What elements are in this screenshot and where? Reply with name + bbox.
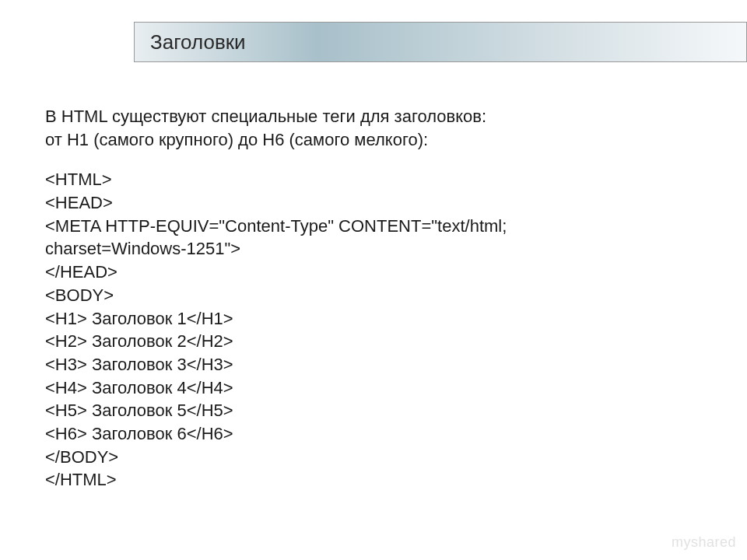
code-line-14: </HTML> [45, 468, 716, 492]
code-line-12: <H6> Заголовок 6</H6> [45, 422, 716, 446]
title-bar: Заголовки [134, 22, 747, 62]
code-line-5: </HEAD> [45, 261, 716, 284]
intro-line-2: от H1 (самого крупного) до H6 (самого ме… [45, 128, 716, 152]
code-line-1: <HTML> [45, 168, 716, 191]
code-line-8: <H2> Заголовок 2</H2> [45, 330, 716, 353]
intro-line-1: В HTML существуют специальные теги для з… [45, 105, 716, 128]
code-line-9: <H3> Заголовок 3</H3> [45, 353, 716, 376]
code-line-4: charset=Windows-1251"> [45, 237, 716, 261]
code-line-10: <H4> Заголовок 4</H4> [45, 376, 716, 400]
code-line-13: </BODY> [45, 446, 716, 469]
code-line-11: <H5> Заголовок 5</H5> [45, 399, 716, 422]
code-line-7: <H1> Заголовок 1</H1> [45, 307, 716, 331]
code-line-6: <BODY> [45, 284, 716, 307]
slide-content: В HTML существуют специальные теги для з… [45, 105, 716, 492]
spacer [45, 151, 716, 168]
code-line-3: <META HTTP-EQUIV="Content-Type" CONTENT=… [45, 215, 716, 238]
watermark: myshared [672, 534, 736, 551]
slide-title: Заголовки [150, 30, 246, 54]
code-line-2: <HEAD> [45, 191, 716, 215]
